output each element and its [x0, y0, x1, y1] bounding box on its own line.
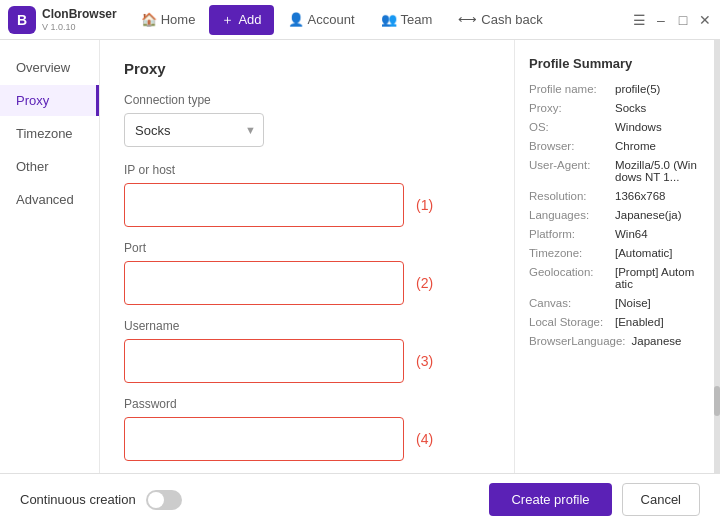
profile-rows: Profile name: profile(5) Proxy: Socks OS…	[529, 83, 700, 347]
sidebar-item-advanced[interactable]: Advanced	[0, 184, 99, 215]
profile-row: Geolocation: [Prompt] Automatic	[529, 266, 700, 290]
team-icon: 👥	[381, 12, 397, 27]
ip-input-row: (1)	[124, 183, 490, 227]
profile-panel: Profile Summary Profile name: profile(5)…	[514, 40, 714, 473]
toggle-row: Continuous creation	[20, 490, 182, 510]
profile-key: Profile name:	[529, 83, 609, 95]
nav-home-label: Home	[161, 12, 196, 27]
profile-row: Proxy: Socks	[529, 102, 700, 114]
main-content: Overview Proxy Timezone Other Advanced P…	[0, 40, 720, 473]
nav-account[interactable]: 👤 Account	[276, 6, 367, 33]
profile-key: OS:	[529, 121, 609, 133]
scrollbar-thumb	[714, 386, 720, 416]
username-input-row: (3)	[124, 339, 490, 383]
menu-button[interactable]: ☰	[632, 13, 646, 27]
restore-button[interactable]: □	[676, 13, 690, 27]
ip-input[interactable]	[124, 183, 404, 227]
minimize-button[interactable]: –	[654, 13, 668, 27]
close-button[interactable]: ✕	[698, 13, 712, 27]
nav-cashback-label: Cash back	[481, 12, 542, 27]
add-icon: ＋	[221, 11, 234, 29]
password-input-row: (4)	[124, 417, 490, 461]
profile-row: BrowserLanguage: Japanese	[529, 335, 700, 347]
profile-value: [Noise]	[615, 297, 651, 309]
profile-key: User-Agent:	[529, 159, 609, 183]
profile-key: Geolocation:	[529, 266, 609, 290]
nav-cashback[interactable]: ⟷ Cash back	[446, 6, 554, 33]
cashback-icon: ⟷	[458, 12, 477, 27]
password-input[interactable]	[124, 417, 404, 461]
profile-key: Platform:	[529, 228, 609, 240]
create-profile-button[interactable]: Create profile	[489, 483, 611, 516]
sidebar: Overview Proxy Timezone Other Advanced	[0, 40, 100, 473]
window-controls: ☰ – □ ✕	[632, 13, 712, 27]
profile-value: Windows	[615, 121, 662, 133]
port-input[interactable]	[124, 261, 404, 305]
form-group-username: Username (3)	[124, 319, 490, 383]
profile-row: Canvas: [Noise]	[529, 297, 700, 309]
profile-row: Timezone: [Automatic]	[529, 247, 700, 259]
sidebar-item-proxy[interactable]: Proxy	[0, 85, 99, 116]
profile-row: Browser: Chrome	[529, 140, 700, 152]
connection-type-select[interactable]: Socks HTTP HTTPS SOCKS5	[124, 113, 264, 147]
profile-row: OS: Windows	[529, 121, 700, 133]
profile-value: Win64	[615, 228, 648, 240]
continuous-creation-toggle[interactable]	[146, 490, 182, 510]
nav-home[interactable]: 🏠 Home	[129, 6, 208, 33]
profile-row: Platform: Win64	[529, 228, 700, 240]
username-label: Username	[124, 319, 490, 333]
username-step-label: (3)	[416, 353, 433, 369]
profile-key: BrowserLanguage:	[529, 335, 626, 347]
profile-value: [Prompt] Automatic	[615, 266, 700, 290]
profile-key: Languages:	[529, 209, 609, 221]
nav-account-label: Account	[308, 12, 355, 27]
sidebar-item-other[interactable]: Other	[0, 151, 99, 182]
profile-row: User-Agent: Mozilla/5.0 (Windows NT 1...	[529, 159, 700, 183]
profile-value: Socks	[615, 102, 646, 114]
port-label: Port	[124, 241, 490, 255]
scrollbar[interactable]	[714, 40, 720, 473]
profile-key: Browser:	[529, 140, 609, 152]
port-step-label: (2)	[416, 275, 433, 291]
profile-value: Japanese(ja)	[615, 209, 681, 221]
profile-key: Timezone:	[529, 247, 609, 259]
password-label: Password	[124, 397, 490, 411]
page-title: Proxy	[124, 60, 490, 77]
content-area: Proxy Connection type Socks HTTP HTTPS S…	[100, 40, 514, 473]
nav-team[interactable]: 👥 Team	[369, 6, 445, 33]
connection-type-wrapper: Socks HTTP HTTPS SOCKS5 ▼	[124, 113, 264, 147]
port-input-row: (2)	[124, 261, 490, 305]
sidebar-item-overview[interactable]: Overview	[0, 52, 99, 83]
profile-key: Local Storage:	[529, 316, 609, 328]
profile-value: [Enabled]	[615, 316, 664, 328]
titlebar: B ClonBrowser V 1.0.10 🏠 Home ＋ Add 👤 Ac…	[0, 0, 720, 40]
form-group-port: Port (2)	[124, 241, 490, 305]
cancel-button[interactable]: Cancel	[622, 483, 700, 516]
profile-value: Japanese	[632, 335, 682, 347]
nav-add[interactable]: ＋ Add	[209, 5, 273, 35]
profile-row: Local Storage: [Enabled]	[529, 316, 700, 328]
bottom-actions: Create profile Cancel	[489, 483, 700, 516]
logo-title: ClonBrowser	[42, 7, 117, 21]
logo-version: V 1.0.10	[42, 22, 117, 32]
password-step-label: (4)	[416, 431, 433, 447]
profile-value: 1366x768	[615, 190, 666, 202]
ip-step-label: (1)	[416, 197, 433, 213]
connection-type-label: Connection type	[124, 93, 490, 107]
profile-value: profile(5)	[615, 83, 660, 95]
logo-text: ClonBrowser V 1.0.10	[42, 7, 117, 31]
profile-row: Languages: Japanese(ja)	[529, 209, 700, 221]
profile-key: Proxy:	[529, 102, 609, 114]
profile-row: Profile name: profile(5)	[529, 83, 700, 95]
sidebar-item-timezone[interactable]: Timezone	[0, 118, 99, 149]
username-input[interactable]	[124, 339, 404, 383]
profile-row: Resolution: 1366x768	[529, 190, 700, 202]
profile-key: Resolution:	[529, 190, 609, 202]
bottombar: Continuous creation Create profile Cance…	[0, 473, 720, 525]
profile-value: [Automatic]	[615, 247, 673, 259]
nav-items: 🏠 Home ＋ Add 👤 Account 👥 Team ⟷ Cash bac…	[129, 5, 632, 35]
form-group-password: Password (4)	[124, 397, 490, 461]
toggle-label: Continuous creation	[20, 492, 136, 507]
profile-value: Mozilla/5.0 (Windows NT 1...	[615, 159, 700, 183]
account-icon: 👤	[288, 12, 304, 27]
